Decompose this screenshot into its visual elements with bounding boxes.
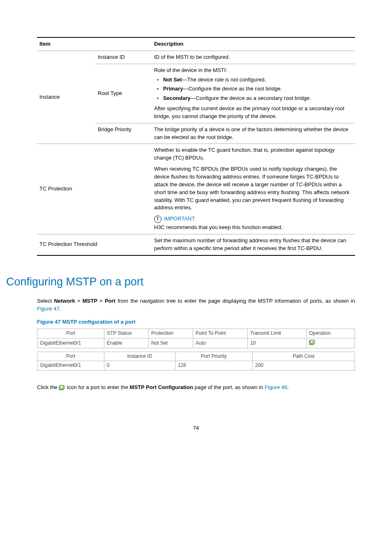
- breadcrumb-port: Port: [105, 298, 115, 304]
- important-row: ! IMPORTANT:: [154, 215, 353, 223]
- cell-tc-threshold-desc: Set the maximum number of forwarding add…: [152, 234, 355, 255]
- table-row: GigabitEthernet0/1 Enable Not Set Auto 1…: [37, 338, 355, 348]
- root-type-secondary: Secondary—Configure the device as a seco…: [163, 95, 353, 102]
- tc-protection-p1: Whether to enable the TC guard function,…: [154, 146, 353, 162]
- root-type-list: Not Set—The device role is not configure…: [154, 76, 353, 103]
- col2-path-cost[interactable]: Path Cost: [253, 352, 355, 361]
- col-protection[interactable]: Protection: [149, 329, 193, 338]
- cell-instance: Instance: [37, 51, 95, 144]
- col-operation: Operation: [307, 329, 355, 338]
- cell-tx: 10: [248, 338, 307, 348]
- cell-port: GigabitEthernet0/1: [37, 338, 104, 348]
- mstp-port-config-bold: MSTP Port Configuration: [130, 384, 193, 390]
- mstp-port-table-2: Port Instance ID Port Priority Path Cost…: [37, 352, 355, 371]
- page-number: 74: [37, 424, 355, 432]
- breadcrumb-network: Network: [54, 298, 75, 304]
- col2-port-priority[interactable]: Port Priority: [175, 352, 253, 361]
- cell-stp: Enable: [104, 338, 149, 348]
- figure-47-caption: Figure 47 MSTP configuration of a port: [37, 318, 355, 326]
- tc-protection-p3: H3C recommends that you keep this functi…: [154, 224, 353, 232]
- breadcrumb-mstp: MSTP: [83, 298, 97, 304]
- important-icon: !: [154, 216, 161, 223]
- cell-root-type-desc: Role of the device in the MSTI: Not Set—…: [152, 64, 355, 123]
- cell2-pc: 200: [253, 361, 355, 370]
- cell-prot: Not Set: [149, 338, 193, 348]
- col-point-to-point[interactable]: Point To Point: [193, 329, 248, 338]
- header-item: Item: [37, 37, 152, 51]
- cell-operation: [307, 338, 355, 348]
- root-type-after: After specifying the current device as t…: [154, 105, 353, 121]
- cell-instance-id-label: Instance ID: [95, 51, 152, 64]
- root-type-intro: Role of the device in the MSTI:: [154, 67, 353, 74]
- col2-port[interactable]: Port: [37, 352, 104, 361]
- cell-p2p: Auto: [193, 338, 248, 348]
- cell-tc-protection-desc: Whether to enable the TC guard function,…: [152, 144, 355, 234]
- tc-protection-p2: When receiving TC BPDUs (the BPDUs used …: [154, 165, 353, 212]
- section-title: Configuring MSTP on a port: [6, 274, 355, 290]
- cell-root-type-label: Root Type: [95, 64, 152, 123]
- mstp-port-table-1: Port STP Status Protection Point To Poin…: [37, 329, 355, 348]
- table-row: GigabitEthernet0/1 0 128 200: [37, 361, 355, 370]
- root-type-primary: Primary—Configure the device as the root…: [163, 85, 353, 93]
- root-type-notset: Not Set—The device role is not configure…: [163, 76, 353, 84]
- cell-tc-threshold-label: TC Protection Threshold: [37, 234, 152, 255]
- col-transmit-limit[interactable]: Transmit Limit: [248, 329, 307, 338]
- important-label: IMPORTANT:: [164, 215, 196, 223]
- edit-icon: [59, 385, 65, 390]
- figure-47-link[interactable]: Figure 47: [37, 306, 60, 312]
- cell-bridge-priority-label: Bridge Priority: [95, 123, 152, 144]
- description-table: Item Description Instance Instance ID ID…: [37, 37, 355, 256]
- cell2-pp: 128: [175, 361, 253, 370]
- col-stp-status[interactable]: STP Status: [104, 329, 149, 338]
- figure-47-tables: Port STP Status Protection Point To Poin…: [37, 329, 355, 371]
- cell-instance-id-desc: ID of the MSTI to be configured.: [152, 51, 355, 64]
- body-para-1: Select Network > MSTP > Port from the na…: [37, 297, 355, 313]
- cell2-inst: 0: [104, 361, 175, 370]
- body-para-2: Click the icon for a port to enter the M…: [37, 384, 355, 392]
- col2-instance-id[interactable]: Instance ID: [104, 352, 175, 361]
- figure-48-link[interactable]: Figure 48: [265, 384, 287, 390]
- edit-icon[interactable]: [309, 339, 316, 345]
- header-description: Description: [152, 37, 355, 51]
- cell-bridge-priority-desc: The bridge priority of a device is one o…: [152, 123, 355, 144]
- cell2-port: GigabitEthernet0/1: [37, 361, 104, 370]
- col-port[interactable]: Port: [37, 329, 104, 338]
- cell-tc-protection-label: TC Protection: [37, 144, 152, 234]
